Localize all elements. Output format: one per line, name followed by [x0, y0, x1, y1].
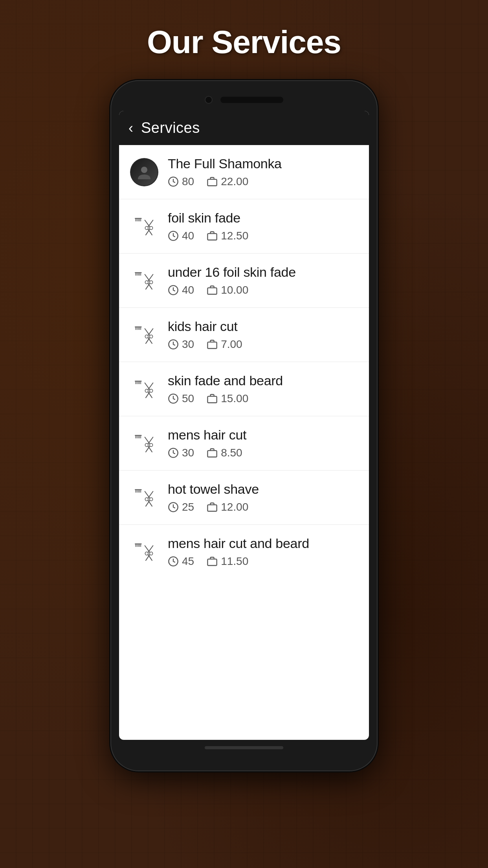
service-info: mens hair cut 30	[168, 427, 358, 459]
service-info: The Full Shamonka 80	[168, 156, 358, 188]
svg-rect-48	[138, 381, 139, 384]
svg-rect-58	[207, 396, 216, 403]
svg-rect-17	[135, 272, 142, 273]
phone-bottom	[119, 740, 369, 756]
price-value: 12.00	[221, 501, 248, 513]
list-item[interactable]: mens hair cut 30	[119, 416, 369, 471]
list-item[interactable]: skin fade and beard 50	[119, 362, 369, 416]
svg-rect-77	[139, 490, 140, 492]
service-meta: 40 12.50	[168, 230, 358, 242]
svg-rect-8	[140, 219, 141, 221]
service-name: kids hair cut	[168, 319, 358, 334]
service-info: kids hair cut 30	[168, 319, 358, 351]
phone-top-bar	[119, 92, 369, 111]
svg-rect-6	[138, 219, 139, 221]
price-value: 15.00	[221, 392, 248, 405]
scissors-icon	[130, 538, 158, 566]
phone-speaker	[220, 97, 283, 103]
svg-rect-30	[207, 288, 216, 294]
home-indicator	[205, 746, 283, 749]
svg-rect-2	[207, 179, 216, 186]
service-name: The Full Shamonka	[168, 156, 358, 171]
service-name: mens hair cut	[168, 427, 358, 443]
svg-rect-18	[136, 273, 136, 275]
price-value: 7.00	[221, 338, 242, 351]
svg-rect-78	[140, 490, 141, 492]
svg-point-0	[141, 167, 147, 173]
service-name: mens hair cut and beard	[168, 536, 358, 551]
service-meta: 45 11.50	[168, 555, 358, 568]
svg-rect-63	[139, 436, 140, 438]
svg-rect-86	[207, 505, 216, 511]
duration-value: 25	[182, 501, 194, 513]
page-title: Our Services	[147, 24, 341, 61]
app-header: ‹ Services	[119, 111, 369, 145]
list-item[interactable]: mens hair cut and beard 45	[119, 525, 369, 579]
price-item: 10.00	[207, 284, 248, 296]
duration-value: 30	[182, 338, 194, 351]
svg-rect-92	[140, 544, 141, 546]
duration-value: 40	[182, 230, 194, 242]
service-avatar	[130, 158, 158, 186]
svg-rect-61	[137, 436, 138, 438]
scissors-icon	[130, 212, 158, 241]
svg-rect-89	[137, 544, 138, 546]
scissors-icon	[130, 321, 158, 349]
svg-line-54	[145, 383, 150, 390]
back-button[interactable]: ‹	[128, 121, 133, 135]
service-info: mens hair cut and beard 45	[168, 536, 358, 568]
svg-rect-100	[207, 559, 216, 565]
svg-rect-62	[138, 436, 139, 438]
service-list: The Full Shamonka 80	[119, 145, 369, 579]
price-item: 15.00	[207, 392, 248, 405]
svg-line-12	[145, 220, 150, 227]
svg-rect-33	[137, 327, 138, 329]
service-name: under 16 foil skin fade	[168, 265, 358, 280]
price-value: 22.00	[221, 175, 248, 188]
phone-screen: ‹ Services The Full Shamonka	[119, 111, 369, 740]
duration-value: 45	[182, 555, 194, 568]
duration-item: 40	[168, 230, 194, 242]
service-meta: 40 10.00	[168, 284, 358, 296]
list-item[interactable]: under 16 foil skin fade 40	[119, 254, 369, 308]
list-item[interactable]: The Full Shamonka 80	[119, 145, 369, 199]
svg-rect-59	[135, 435, 142, 436]
svg-rect-19	[137, 273, 138, 275]
svg-rect-75	[137, 490, 138, 492]
duration-item: 25	[168, 501, 194, 513]
service-meta: 80 22.00	[168, 175, 358, 188]
list-item[interactable]: kids hair cut 30	[119, 308, 369, 362]
scissors-icon	[130, 375, 158, 403]
service-meta: 30 7.00	[168, 338, 358, 351]
svg-rect-73	[135, 489, 142, 490]
svg-rect-64	[140, 436, 141, 438]
svg-rect-3	[135, 218, 142, 219]
svg-line-68	[145, 437, 150, 444]
duration-value: 40	[182, 284, 194, 296]
duration-item: 50	[168, 392, 194, 405]
svg-rect-44	[207, 342, 216, 348]
duration-item: 30	[168, 447, 194, 459]
service-name: skin fade and beard	[168, 373, 358, 388]
price-item: 8.50	[207, 447, 242, 459]
duration-item: 80	[168, 175, 194, 188]
list-item[interactable]: foil skin fade 40	[119, 199, 369, 254]
phone-camera	[205, 96, 213, 104]
header-title: Services	[141, 120, 200, 136]
scissors-icon	[130, 484, 158, 512]
price-value: 12.50	[221, 230, 248, 242]
service-name: foil skin fade	[168, 210, 358, 226]
svg-line-26	[145, 274, 150, 281]
service-meta: 30 8.50	[168, 447, 358, 459]
price-value: 10.00	[221, 284, 248, 296]
duration-value: 30	[182, 447, 194, 459]
duration-value: 80	[182, 175, 194, 188]
list-item[interactable]: hot towel shave 25	[119, 471, 369, 525]
svg-rect-22	[140, 273, 141, 275]
service-meta: 50 15.00	[168, 392, 358, 405]
svg-rect-20	[138, 273, 139, 275]
duration-item: 45	[168, 555, 194, 568]
price-value: 8.50	[221, 447, 242, 459]
svg-rect-72	[207, 451, 216, 457]
svg-line-40	[145, 329, 150, 336]
